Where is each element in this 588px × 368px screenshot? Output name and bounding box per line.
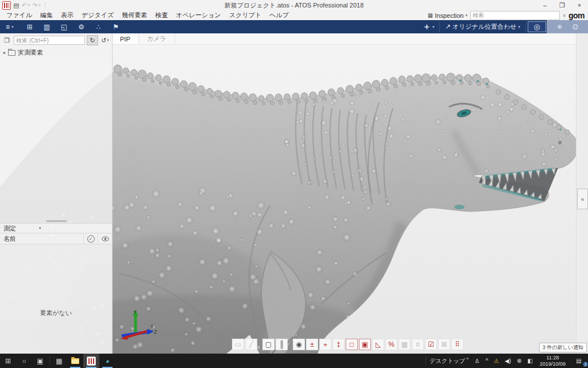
check-edit-icon[interactable]: ☑ bbox=[425, 339, 437, 350]
name-column-header[interactable]: 名前 bbox=[0, 235, 83, 243]
network-warning-icon[interactable]: ⚠ bbox=[491, 354, 502, 368]
paint3d-app-button[interactable]: ◕ bbox=[99, 354, 115, 368]
tray-circle-icon[interactable]: ⊗ bbox=[514, 354, 524, 368]
menu-item-7[interactable]: スクリプト bbox=[225, 10, 265, 20]
alignment-dropdown[interactable]: ↗ オリジナル位置合わせ ▾ bbox=[441, 20, 524, 33]
chevron-down-icon: ▾ bbox=[518, 25, 520, 29]
notification-popup[interactable]: 3 件の新しい通知 bbox=[539, 343, 587, 352]
task-view-button[interactable]: ▣ bbox=[32, 354, 48, 368]
panel-splitter-handle[interactable] bbox=[46, 220, 67, 222]
global-search-input[interactable] bbox=[470, 11, 560, 20]
add-point-icon[interactable]: ± bbox=[306, 339, 318, 350]
volume-icon[interactable]: ◀) bbox=[502, 354, 514, 368]
fit-element-icon[interactable]: ‡ bbox=[332, 339, 345, 350]
notification-badge: 3 bbox=[583, 362, 588, 367]
menu-items: ファイル編集表示デジタイズ幾何要素検査オペレーションスクリプトヘルプ bbox=[2, 10, 293, 20]
export-squares-icon[interactable]: ⠿ bbox=[451, 339, 463, 350]
copy-elements-icon[interactable]: ❐ bbox=[2, 36, 12, 45]
atos-app-button[interactable] bbox=[83, 354, 99, 368]
menubar: ファイル編集表示デジタイズ幾何要素検査オペレーションスクリプトヘルプ ▦ Ins… bbox=[0, 10, 588, 20]
caliper-icon[interactable]: ║ bbox=[276, 339, 288, 350]
undo-caret-icon[interactable]: ▾ bbox=[28, 3, 30, 7]
chevron-down-icon: ▾ bbox=[465, 13, 467, 18]
restore-button[interactable]: ❐ bbox=[554, 0, 571, 10]
measuring-series-icon[interactable]: ▥ bbox=[38, 20, 56, 33]
recalculate-button[interactable]: ↺ ▾ bbox=[100, 36, 110, 45]
explorer-app-button[interactable] bbox=[67, 354, 83, 368]
measure-section-header[interactable]: 測定 ▾ bbox=[0, 223, 112, 233]
divider bbox=[439, 21, 440, 32]
window-controls: – ❐ × bbox=[536, 0, 588, 10]
visibility-column-header[interactable] bbox=[98, 233, 112, 244]
show-hidden-icons[interactable]: ^ bbox=[482, 354, 491, 368]
cortana-button[interactable]: ○ bbox=[16, 354, 32, 368]
close-button[interactable]: × bbox=[571, 0, 588, 10]
select-area-icon[interactable]: ▢ bbox=[262, 339, 274, 350]
settings-gear-icon[interactable]: ⚙ bbox=[73, 20, 90, 33]
deviation-label-icon[interactable]: ╱ bbox=[245, 339, 257, 350]
sensor-preview-icon[interactable]: ◉ bbox=[293, 339, 305, 350]
taskbar: ⊞ ○ ▣ ▦ ◕ デスクトップ » ♙ ^ ⚠ ◀) ⊗ ◧ 11:28 bbox=[0, 354, 588, 368]
chevron-down-icon: ▾ bbox=[39, 226, 41, 231]
hamburger-menu-button[interactable]: ≡ ▾ bbox=[3, 23, 18, 31]
explorer-search-input[interactable] bbox=[14, 36, 85, 45]
expand-panel-button[interactable]: « bbox=[577, 189, 588, 209]
viewport-tab-pip[interactable]: PIP bbox=[112, 33, 139, 44]
delete-box-icon[interactable]: ⊠ bbox=[438, 339, 450, 350]
expand-arrow-icon[interactable]: ▸ bbox=[3, 50, 6, 55]
clock[interactable]: 11:28 2019/10/09 bbox=[536, 354, 570, 368]
action-center-button[interactable]: ▤ 3 bbox=[570, 354, 588, 368]
menu-item-0[interactable]: ファイル bbox=[2, 10, 36, 20]
ime-indicator-icon[interactable]: ◧ bbox=[525, 354, 536, 368]
flag-icon[interactable]: ⚑ bbox=[107, 20, 125, 33]
toolbar-icons: ⊞▥◱⚙∴⚑ bbox=[21, 20, 125, 33]
sun-icon[interactable]: ✳ bbox=[557, 23, 563, 31]
minimize-button[interactable]: – bbox=[536, 0, 554, 10]
menu-item-4[interactable]: 幾何要素 bbox=[118, 10, 151, 20]
start-button[interactable]: ⊞ bbox=[0, 354, 16, 368]
divider bbox=[45, 2, 45, 9]
rectangle-l-icon[interactable]: ▣ bbox=[359, 339, 371, 350]
tree-item-actual-elements[interactable]: ▸ 実測要素 bbox=[0, 47, 112, 58]
redo-caret-icon[interactable]: ▾ bbox=[38, 3, 41, 7]
redo-icon[interactable]: ↷ bbox=[32, 2, 37, 9]
viewport-tab-カメラ[interactable]: カメラ bbox=[139, 33, 175, 44]
light-controls: ✳ʘ bbox=[547, 20, 588, 33]
angle-triangle-icon[interactable]: ◺ bbox=[372, 339, 384, 350]
tag-label-icon[interactable]: ▭ bbox=[232, 339, 244, 350]
add-element-button[interactable]: ＋ ▾ bbox=[419, 20, 439, 33]
lamp-icon[interactable]: ʘ bbox=[572, 23, 578, 31]
two-circles-icon[interactable]: % bbox=[385, 339, 397, 350]
point-cloud-icon[interactable]: ∴ bbox=[90, 20, 107, 33]
fit-view-icon[interactable]: ¤ bbox=[412, 339, 424, 350]
alignment-icon: ↗ bbox=[445, 23, 450, 30]
construct-cross-icon[interactable]: ＋ bbox=[319, 339, 331, 350]
quick-access-toolbar: ▤ ↶ ▾ ↷ ▾ bbox=[0, 1, 47, 10]
menu-item-1[interactable]: 編集 bbox=[36, 10, 57, 20]
sensor-button[interactable]: ◎ bbox=[528, 21, 546, 32]
calculator-app-button[interactable]: ▦ bbox=[51, 354, 67, 368]
explorer-panel: ❐ ↻ ↺ ▾ ▸ 実測要素 測定 ▾ 名前 bbox=[0, 33, 113, 354]
menubar-right: ▦ Inspection ▾ » gom bbox=[428, 11, 588, 20]
rectangle-select-icon[interactable]: □ bbox=[346, 339, 358, 350]
menu-item-2[interactable]: 表示 bbox=[57, 10, 78, 20]
undo-icon[interactable]: ↶ bbox=[21, 2, 26, 9]
window-title: 新規プロジェクト.atos - ATOS Professional 2018 bbox=[0, 1, 588, 10]
new-element-icon[interactable]: ⊞ bbox=[21, 20, 38, 33]
main-toolbar: ≡ ▾ ⊞▥◱⚙∴⚑ ＋ ▾ ↗ オリジナル位置合わせ ▾ ◎ ✳ʘ bbox=[0, 20, 588, 33]
save-icon[interactable]: ▤ bbox=[13, 2, 19, 9]
menu-item-8[interactable]: ヘルプ bbox=[265, 10, 293, 20]
grid-icon[interactable]: ▦ bbox=[399, 339, 411, 350]
workflow-selector[interactable]: ▦ Inspection ▾ bbox=[428, 12, 467, 19]
people-icon[interactable]: ♙ bbox=[471, 354, 482, 368]
crop-icon[interactable]: ◱ bbox=[56, 20, 73, 33]
menu-item-3[interactable]: デジタイズ bbox=[78, 10, 118, 20]
element-list-empty: 要素がない bbox=[0, 244, 112, 354]
refresh-button[interactable]: ↻ bbox=[87, 35, 98, 45]
check-circle-icon: ✓ bbox=[87, 235, 95, 243]
search-expand-icon[interactable]: » bbox=[561, 14, 567, 17]
desktop-toolbar[interactable]: デスクトップ » bbox=[427, 354, 472, 368]
check-column-header[interactable]: ✓ bbox=[83, 233, 98, 244]
menu-item-5[interactable]: 検査 bbox=[151, 10, 172, 20]
menu-item-6[interactable]: オペレーション bbox=[172, 10, 225, 20]
